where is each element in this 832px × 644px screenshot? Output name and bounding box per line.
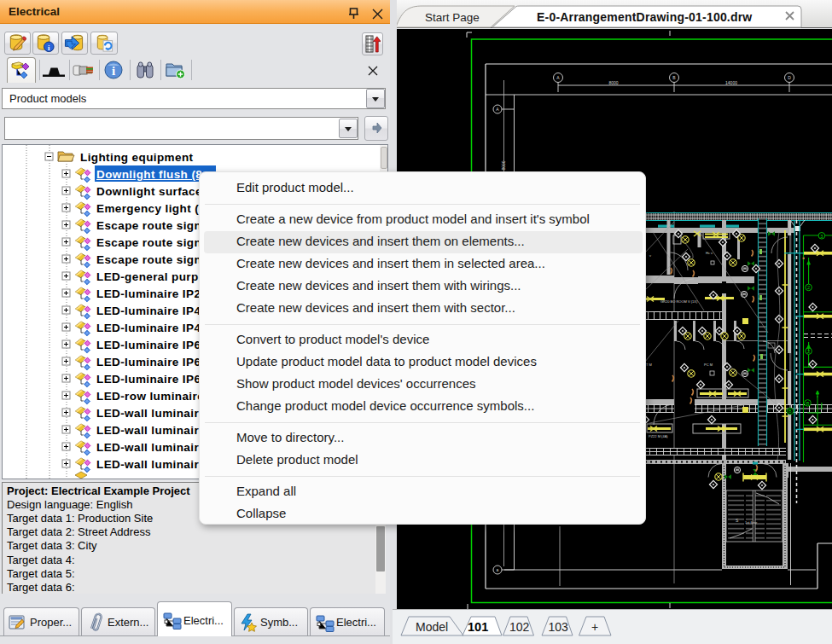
svg-text:B: B	[672, 75, 676, 80]
svg-text:A: A	[496, 107, 499, 112]
svg-text:3: 3	[820, 234, 823, 239]
svg-text:D: D	[788, 75, 791, 80]
svg-text:PC M: PC M	[704, 363, 713, 367]
svg-text:8000: 8000	[608, 80, 618, 85]
svg-text:102: 102	[509, 620, 530, 634]
svg-text:T M: T M	[646, 363, 652, 367]
svg-text:+: +	[591, 620, 598, 634]
svg-text:B: B	[806, 401, 810, 406]
svg-text:8000: 8000	[501, 160, 506, 170]
svg-text:A: A	[556, 75, 560, 80]
svg-text:B: B	[788, 409, 792, 414]
svg-text:1st floor: 1st floor	[745, 520, 758, 525]
svg-text:GR20 BO ROOM V (1X): GR20 BO ROOM V (1X)	[660, 299, 698, 304]
svg-text:PZ22 M (4A): PZ22 M (4A)	[649, 434, 668, 438]
svg-text:a: a	[497, 567, 499, 572]
svg-text:2: 2	[807, 285, 810, 290]
svg-text:14000: 14000	[725, 80, 737, 85]
svg-text:101: 101	[468, 620, 488, 634]
svg-text:Model: Model	[416, 620, 448, 634]
svg-text:E-0-ArrangementDrawing-01-100.: E-0-ArrangementDrawing-01-100.drw	[537, 10, 752, 24]
svg-text:i: i	[112, 64, 115, 78]
svg-text:Start Page: Start Page	[425, 11, 480, 24]
svg-text:103: 103	[549, 620, 569, 634]
svg-text:Hc v: Hc v	[706, 251, 713, 255]
svg-text:v: v	[649, 253, 651, 258]
